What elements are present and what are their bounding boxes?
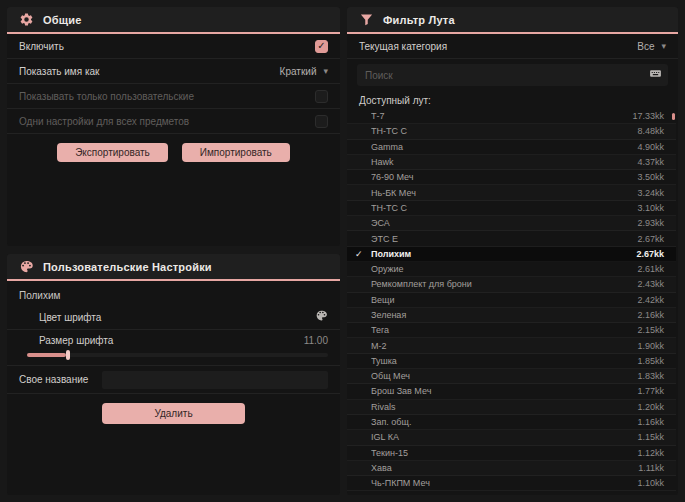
chevron-down-icon: ▾ [661,41,666,51]
list-item[interactable]: Хава 1.11kk [347,461,676,476]
item-value: 1.11kk [638,463,664,473]
only-custom-row: Показывать только пользовательские [7,84,340,109]
item-value: 3.24kk [637,188,664,198]
item-name: Текин-15 [371,448,637,458]
loot-filter-header: Фильтр Лута [347,7,678,34]
category-dropdown[interactable]: Все ▾ [637,41,666,52]
item-name: 76-90 Меч [371,172,637,182]
item-name: Тега [371,325,637,335]
scrollbar-thumb[interactable] [672,113,675,120]
item-name: Полихим [371,249,636,259]
available-loot-label: Доступный лут: [347,91,678,109]
list-item[interactable]: ЭСА 2.93kk [347,216,676,231]
item-value: 3.50kk [637,172,664,182]
list-item[interactable]: Чь-ПКПМ Меч 1.10kk [347,476,676,491]
color-picker-icon[interactable] [315,308,328,326]
enable-row: Включить ✓ [7,34,340,59]
category-value: Все [637,41,654,52]
item-value: 2.93kk [637,218,664,228]
list-item[interactable]: Нь-БК Меч 3.24kk [347,185,676,200]
custom-name-input[interactable] [102,371,328,389]
list-item[interactable]: ТН-ТС С 8.48kk [347,124,676,139]
list-item[interactable]: М-2 1.90kk [347,338,676,353]
list-item[interactable]: Зап. общ. 1.16kk [347,415,676,430]
item-value: 1.85kk [637,356,664,366]
item-value: 8.48kk [637,126,664,136]
palette-icon [19,259,34,274]
list-item[interactable]: IGL КА 1.15kk [347,430,676,445]
item-name: Hawk [371,157,637,167]
slider-fill [27,353,66,357]
item-name: Rivals [371,402,637,412]
check-icon: ✓ [355,249,371,259]
app-window: Общие Включить ✓ Показать имя как Кратки… [0,0,685,502]
item-value: 1.10kk [637,478,664,488]
show-name-label: Показать имя как [19,66,99,77]
list-item[interactable]: Текин-15 1.12kk [347,446,676,461]
item-name: ЭСА [371,218,637,228]
item-name: Тушка [371,356,637,366]
category-row: Текущая категория Все ▾ [347,34,678,59]
left-column: Общие Включить ✓ Показать имя как Кратки… [7,7,340,495]
list-item[interactable]: Hawk 4.37kk [347,155,676,170]
item-value: 4.90kk [637,142,664,152]
export-button[interactable]: Экспортировать [57,143,168,162]
list-item[interactable]: Вещи 2.42kk [347,293,676,308]
import-button[interactable]: Импортировать [182,143,290,162]
list-item[interactable]: Gamma 4.90kk [347,140,676,155]
gear-icon [19,12,34,27]
loot-list[interactable]: Т-7 17.33kk ТН-ТС С 8.48kk Gamma 4.90kk [347,109,676,491]
only-custom-label: Показывать только пользовательские [19,91,194,102]
enable-checkbox[interactable]: ✓ [315,40,328,53]
custom-name-label: Свое название [19,374,88,385]
item-value: 2.43kk [637,279,664,289]
list-item[interactable]: ЭТС Е 2.67kk [347,231,676,246]
item-name: ТН-ТС С [371,203,637,213]
list-item[interactable]: ТН-ТС С 3.10kk [347,201,676,216]
selected-item-name: Полихим [7,281,340,305]
keyboard-icon[interactable] [649,66,662,84]
item-name: Gamma [371,142,637,152]
item-name: Нь-БК Меч [371,188,637,198]
item-value: 4.37kk [637,157,664,167]
search-input[interactable] [363,69,649,82]
font-size-value: 11.00 [304,335,328,346]
custom-settings-header: Пользовательские Настройки [7,254,340,281]
item-name: М-2 [371,341,637,351]
list-item[interactable]: Зеленая 2.16kk [347,308,676,323]
item-value: 2.42kk [637,295,664,305]
item-value: 2.67kk [637,234,664,244]
item-value: 1.16kk [637,417,664,427]
list-item[interactable]: Ремкомплект для брони 2.43kk [347,277,676,292]
item-value: 1.90kk [637,341,664,351]
item-name: Брош Зав Меч [371,386,637,396]
only-custom-checkbox[interactable] [315,90,328,103]
same-settings-checkbox[interactable] [315,115,328,128]
item-name: Чь-ПКПМ Меч [371,478,637,488]
delete-button[interactable]: Удалить [102,403,244,424]
export-import-row: Экспортировать Импортировать [7,134,340,172]
general-panel: Общие Включить ✓ Показать имя как Кратки… [7,7,340,246]
list-item[interactable]: ✓ Полихим 2.67kk [347,247,676,262]
list-item[interactable]: Общ Меч 1.83kk [347,369,676,384]
list-item[interactable]: Оружие 2.61kk [347,262,676,277]
item-value: 2.67kk [636,249,664,259]
list-item[interactable]: 76-90 Меч 3.50kk [347,170,676,185]
list-item[interactable]: Брош Зав Меч 1.77kk [347,384,676,399]
show-name-dropdown[interactable]: Краткий ▾ [280,66,328,77]
list-item[interactable]: Тушка 1.85kk [347,354,676,369]
funnel-icon [359,12,374,27]
item-name: IGL КА [371,432,637,442]
list-item[interactable]: Rivals 1.20kk [347,400,676,415]
list-item[interactable]: Тега 2.15kk [347,323,676,338]
font-size-slider[interactable] [27,353,328,357]
font-size-row: Размер шрифта 11.00 [7,330,340,351]
custom-settings-panel: Пользовательские Настройки Полихим Цвет … [7,254,340,495]
slider-handle[interactable] [66,350,70,360]
item-value: 2.15kk [637,325,664,335]
same-settings-label: Одни настройки для всех предметов [19,116,189,127]
general-panel-title: Общие [43,14,82,26]
right-column: Фильтр Лута Текущая категория Все ▾ Дост… [347,7,678,495]
list-item[interactable]: Т-7 17.33kk [347,109,676,124]
font-size-label: Размер шрифта [19,335,113,346]
